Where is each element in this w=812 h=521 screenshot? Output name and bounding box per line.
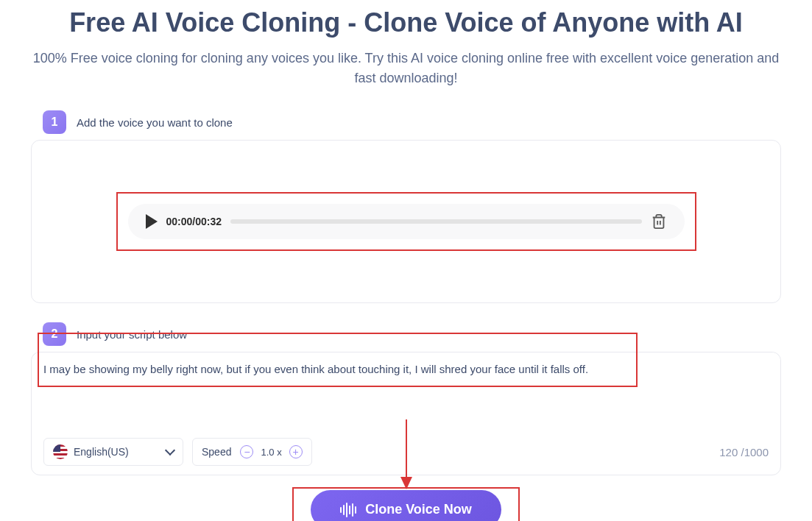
page-subtitle: 100% Free voice cloning for cloning any … <box>29 49 783 88</box>
play-icon[interactable] <box>146 214 158 229</box>
audio-current-time: 00:00 <box>166 216 193 227</box>
speed-decrease-button[interactable]: − <box>240 445 253 458</box>
audio-progress-bar[interactable] <box>230 219 641 224</box>
step-1-header: 1 Add the voice you want to clone <box>31 110 781 134</box>
script-input-card: English(US) Speed − 1.0 x + <box>31 352 781 475</box>
audio-player: 00:00/00:32 <box>128 204 685 239</box>
speed-value: 1.0 x <box>261 447 281 458</box>
step-1-badge: 1 <box>43 110 66 134</box>
speed-label: Speed <box>202 446 231 458</box>
char-max: 1000 <box>744 446 769 458</box>
voice-upload-card: 00:00/00:32 <box>31 140 781 303</box>
clone-voice-button[interactable]: Clone Voice Now <box>311 490 501 521</box>
speed-selector: Speed − 1.0 x + <box>192 438 312 466</box>
trash-icon[interactable] <box>651 213 667 230</box>
script-card-footer: English(US) Speed − 1.0 x + <box>32 429 780 475</box>
language-selector[interactable]: English(US) <box>43 438 183 466</box>
audio-player-highlight: 00:00/00:32 <box>116 192 696 251</box>
audio-time: 00:00/00:32 <box>166 216 222 227</box>
wave-icon <box>340 503 356 517</box>
svg-marker-1 <box>400 477 412 489</box>
step-2-label: Input your script below <box>77 328 187 341</box>
step-2-header: 2 Input your script below <box>31 322 781 346</box>
page-title: Free AI Voice Cloning - Clone Voice of A… <box>29 7 783 38</box>
audio-duration: 00:32 <box>195 216 222 227</box>
char-count: 120 <box>719 446 738 458</box>
step-2-badge: 2 <box>43 322 66 346</box>
language-text: English(US) <box>74 446 129 458</box>
char-counter: 120 /1000 <box>719 446 769 458</box>
clone-button-label: Clone Voice Now <box>365 502 472 517</box>
speed-increase-button[interactable]: + <box>289 445 303 458</box>
flag-icon <box>53 444 68 459</box>
chevron-down-icon <box>165 445 175 456</box>
step-1-label: Add the voice you want to clone <box>77 116 233 129</box>
script-textarea[interactable] <box>32 352 780 426</box>
